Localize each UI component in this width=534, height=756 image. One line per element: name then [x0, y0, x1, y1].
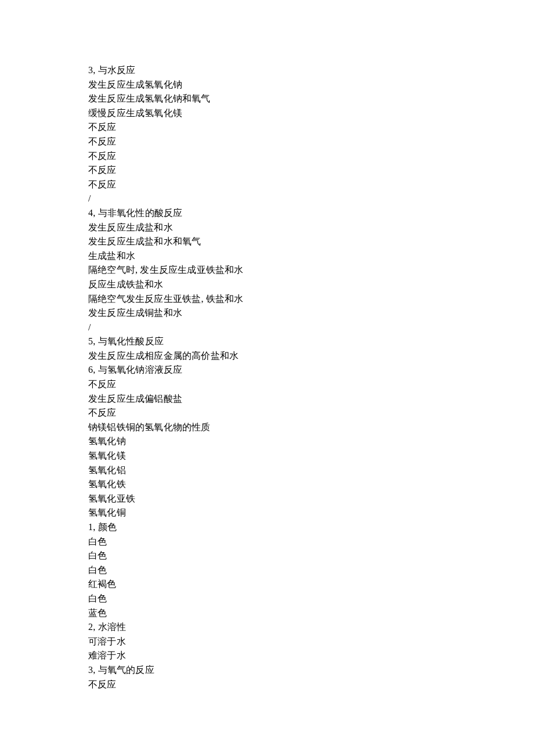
text-line: 缓慢反应生成氢氧化镁: [88, 106, 446, 121]
text-line: 2, 水溶性: [88, 620, 446, 635]
text-line: 钠镁铝铁铜的氢氧化物的性质: [88, 420, 446, 435]
text-line: 发生反应生成氢氧化钠和氧气: [88, 92, 446, 106]
text-line: 氢氧化铝: [88, 463, 446, 478]
text-line: 白色: [88, 563, 446, 578]
text-line: 难溶于水: [88, 649, 446, 663]
text-line: 发生反应生成相应金属的高价盐和水: [88, 349, 446, 363]
text-line: 3, 与氧气的反应: [88, 663, 446, 678]
text-line: 氢氧化钠: [88, 434, 446, 449]
text-line: 不反应: [88, 149, 446, 164]
text-line: 发生反应生成盐和水和氧气: [88, 235, 446, 249]
text-line: 红褐色: [88, 577, 446, 592]
text-line: 氢氧化镁: [88, 449, 446, 463]
text-line: 不反应: [88, 377, 446, 392]
text-line: 氢氧化铜: [88, 506, 446, 520]
document-page: 3, 与水反应 发生反应生成氢氧化钠 发生反应生成氢氧化钠和氧气 缓慢反应生成氢…: [0, 0, 446, 692]
text-line: 蓝色: [88, 606, 446, 621]
text-line: 发生反应生成氢氧化钠: [88, 78, 446, 92]
text-line: 6, 与氢氧化钠溶液反应: [88, 363, 446, 377]
text-line: 不反应: [88, 120, 446, 135]
text-line: 氢氧化铁: [88, 477, 446, 492]
text-line: 生成盐和水: [88, 249, 446, 264]
text-line: 不反应: [88, 178, 446, 192]
text-line: 反应生成铁盐和水: [88, 278, 446, 292]
text-line: 可溶于水: [88, 635, 446, 649]
text-line: /: [88, 192, 446, 206]
text-line: 隔绝空气发生反应生亚铁盐, 铁盐和水: [88, 292, 446, 307]
text-line: 白色: [88, 549, 446, 563]
text-line: 隔绝空气时, 发生反应生成亚铁盐和水: [88, 263, 446, 278]
text-line: 氢氧化亚铁: [88, 492, 446, 506]
text-line: 白色: [88, 592, 446, 606]
text-line: 5, 与氧化性酸反应: [88, 334, 446, 349]
text-line: 3, 与水反应: [88, 63, 446, 78]
text-line: 不反应: [88, 135, 446, 149]
text-line: 不反应: [88, 406, 446, 420]
text-line: 发生反应生成盐和水: [88, 221, 446, 235]
text-line: 白色: [88, 535, 446, 549]
text-line: 发生反应生成偏铝酸盐: [88, 392, 446, 406]
text-line: /: [88, 321, 446, 335]
text-line: 1, 颜色: [88, 520, 446, 535]
text-line: 4, 与非氧化性的酸反应: [88, 206, 446, 221]
text-line: 不反应: [88, 163, 446, 178]
text-line: 不反应: [88, 678, 446, 692]
text-line: 发生反应生成铜盐和水: [88, 306, 446, 321]
